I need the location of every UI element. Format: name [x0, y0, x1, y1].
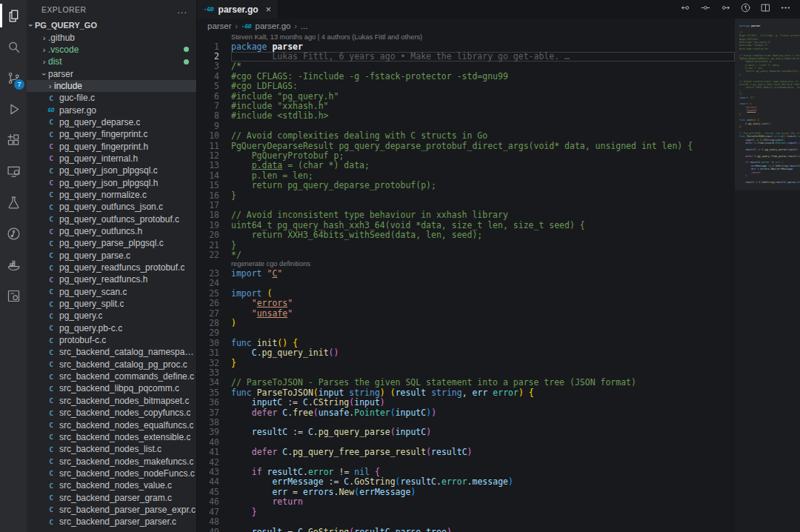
- minimap[interactable]: package parser/*#cgo CFLAGS: -Iinclude -…: [735, 19, 800, 532]
- more-actions-icon[interactable]: [780, 2, 791, 16]
- tree-file-pg_query_json_plpgsql.h[interactable]: Cpg_query_json_plpgsql.h: [27, 176, 196, 188]
- tree-file-src_backend_catalog_pg_proc.c[interactable]: Csrc_backend_catalog_pg_proc.c: [27, 359, 196, 370]
- code-line-44[interactable]: 44 errMessage := C.GoString(resultC.erro…: [197, 477, 735, 487]
- code-line-14[interactable]: 14 p.len = len;: [197, 171, 735, 181]
- code-line-30[interactable]: 30func init() {: [197, 339, 735, 348]
- code-line-18[interactable]: 18// Avoid inconsistent type behaviour i…: [197, 210, 735, 220]
- tree-file-pg_query.pb-c.c[interactable]: Cpg_query.pb-c.c: [27, 322, 196, 334]
- close-icon[interactable]: ×: [266, 4, 272, 15]
- tree-file-pg_query_split.c[interactable]: Cpg_query_split.c: [27, 298, 196, 310]
- tree-file-pg_query.c[interactable]: Cpg_query.c: [27, 310, 196, 322]
- split-editor-icon[interactable]: [760, 2, 771, 16]
- testing-icon[interactable]: [0, 187, 27, 218]
- tree-file-src_backend_nodes_list.c[interactable]: Csrc_backend_nodes_list.c: [27, 443, 196, 455]
- previous-change-icon[interactable]: [680, 2, 691, 16]
- tree-file-pg_query_outfuncs_json.c[interactable]: Cpg_query_outfuncs_json.c: [27, 201, 196, 213]
- code-line-39[interactable]: 39 resultC := C.pg_query_parse(inputC): [197, 428, 735, 437]
- open-changes-icon[interactable]: [700, 2, 711, 16]
- code-line-2[interactable]: 2 Lukas Fittl, 6 years ago • Make the li…: [197, 52, 735, 61]
- tree-root-folder[interactable]: › PG_QUERY_GO: [27, 19, 196, 31]
- code-line-5[interactable]: 5#cgo LDFLAGS:: [197, 82, 735, 91]
- code-line-43[interactable]: 43 if resultC.error != nil {: [197, 468, 735, 477]
- code-line-41[interactable]: 41 defer C.pg_query_free_parse_result(re…: [197, 448, 735, 457]
- code-line-38[interactable]: 38: [197, 418, 735, 428]
- tree-file-src_backend_nodes_makefuncs.c[interactable]: Csrc_backend_nodes_makefuncs.c: [27, 455, 196, 467]
- code-line-13[interactable]: 13 p.data = (char *) data;: [197, 161, 735, 170]
- code-line-35[interactable]: 35func ParseToJSON(input string) (result…: [197, 388, 735, 398]
- code-line-42[interactable]: 42: [197, 458, 735, 468]
- code-line-7[interactable]: 7#include "xxhash.h": [197, 102, 735, 111]
- extensions-icon[interactable]: [0, 124, 27, 156]
- tree-file-src_backend_libpq_pqcomm.c[interactable]: Csrc_backend_libpq_pqcomm.c: [27, 382, 196, 394]
- tree-file-src_backend_parser_parse_expr.c[interactable]: Csrc_backend_parser_parse_expr.c: [27, 504, 196, 516]
- code-line-25[interactable]: 25import (: [197, 289, 735, 299]
- tree-file-pg_query_fingerprint.h[interactable]: Cpg_query_fingerprint.h: [27, 140, 196, 152]
- tree-folder-.vscode[interactable]: ›.vscode: [27, 44, 196, 56]
- code-line-17[interactable]: 17: [197, 201, 735, 210]
- tree-file-src_backend_catalog_namespace.c[interactable]: Csrc_backend_catalog_namespace.c: [27, 346, 196, 358]
- tree-file-protobuf-c.c[interactable]: Cprotobuf-c.c: [27, 334, 196, 346]
- code-line-11[interactable]: 11PgQueryDeparseResult pg_query_deparse_…: [197, 142, 735, 151]
- tree-file-src_backend_parser_parser.c[interactable]: Csrc_backend_parser_parser.c: [27, 516, 196, 528]
- code-line-8[interactable]: 8#include <stdlib.h>: [197, 111, 735, 121]
- search-icon[interactable]: [0, 31, 27, 62]
- code-line-29[interactable]: 29: [197, 328, 735, 338]
- code-line-9[interactable]: 9: [197, 122, 735, 131]
- tree-file-pg_query_parse_plpgsql.c[interactable]: Cpg_query_parse_plpgsql.c: [27, 237, 196, 249]
- tree-file-src_backend_commands_define.c[interactable]: Csrc_backend_commands_define.c: [27, 370, 196, 382]
- tree-folder-.github[interactable]: ›.github: [27, 31, 196, 43]
- code-line-19[interactable]: 19uint64_t pg_query_hash_xxh3_64(void *d…: [197, 221, 735, 230]
- tree-file-pg_query_readfuncs.h[interactable]: Cpg_query_readfuncs.h: [27, 273, 196, 285]
- tree-file-pg_query_normalize.c[interactable]: Cpg_query_normalize.c: [27, 189, 196, 201]
- commit-graph-icon[interactable]: [740, 2, 751, 16]
- code-line-15[interactable]: 15 return pg_query_deparse_protobuf(p);: [197, 181, 735, 190]
- code-line-12[interactable]: 12 PgQueryProtobuf p;: [197, 151, 735, 161]
- code-line-31[interactable]: 31 C.pg_query_init(): [197, 348, 735, 358]
- code-line-24[interactable]: 24: [197, 279, 735, 288]
- tree-folder-parser[interactable]: ›parser: [27, 67, 196, 79]
- code-line-20[interactable]: 20 return XXH3_64bits_withSeed(data, len…: [197, 230, 735, 240]
- tree-file-src_backend_nodes_bitmapset.c[interactable]: Csrc_backend_nodes_bitmapset.c: [27, 395, 196, 407]
- tree-file-pg_query_outfuncs.h[interactable]: Cpg_query_outfuncs.h: [27, 225, 196, 237]
- code-line-28[interactable]: 28): [197, 319, 735, 328]
- tree-file-parser.go[interactable]: GOparser.go: [27, 104, 196, 116]
- breadcrumb-symbol[interactable]: ...: [301, 21, 308, 30]
- code-line-22[interactable]: 22*/: [197, 250, 735, 260]
- code-line-45[interactable]: 45 err = errors.New(errMessage): [197, 488, 735, 497]
- code-line-33[interactable]: 33: [197, 368, 735, 378]
- tree-file-pg_query_readfuncs_protobuf.c[interactable]: Cpg_query_readfuncs_protobuf.c: [27, 262, 196, 273]
- code-line-10[interactable]: 10// Avoid complexities dealing with C s…: [197, 131, 735, 141]
- tree-file-guc-file.c[interactable]: Cguc-file.c: [27, 92, 196, 104]
- codelens[interactable]: regenerate cgo definitions: [231, 260, 735, 269]
- run-debug-icon[interactable]: [0, 93, 27, 124]
- tree-file-pg_query_deparse.c[interactable]: Cpg_query_deparse.c: [27, 116, 196, 128]
- tree-file-pg_query_scan.c[interactable]: Cpg_query_scan.c: [27, 286, 196, 298]
- breadcrumb-folder[interactable]: parser: [207, 21, 232, 30]
- tree-folder-dist[interactable]: ›dist: [27, 56, 196, 67]
- code-line-23[interactable]: 23import "C": [197, 269, 735, 279]
- source-control-icon[interactable]: 7: [0, 62, 27, 93]
- code-line-34[interactable]: 34// ParseToJSON - Parses the given SQL …: [197, 378, 735, 388]
- tree-file-pg_query_outfuncs_protobuf.c[interactable]: Cpg_query_outfuncs_protobuf.c: [27, 213, 196, 225]
- remote-explorer-icon[interactable]: [0, 156, 27, 187]
- explorer-more-actions-icon[interactable]: ...: [177, 4, 187, 16]
- code-line-48[interactable]: 48: [197, 517, 735, 527]
- code-line-46[interactable]: 46 return: [197, 497, 735, 507]
- code-line-27[interactable]: 27 "unsafe": [197, 309, 735, 319]
- tree-file-pg_query_parse.c[interactable]: Cpg_query_parse.c: [27, 250, 196, 262]
- gitlens-icon[interactable]: [0, 218, 27, 249]
- docker-icon[interactable]: [0, 249, 27, 280]
- dev-containers-icon[interactable]: [0, 280, 27, 311]
- tab-parser-go[interactable]: GO parser.go ×: [197, 0, 279, 19]
- tree-file-pg_query_fingerprint.c[interactable]: Cpg_query_fingerprint.c: [27, 128, 196, 140]
- tree-file-src_backend_nodes_equalfuncs.c[interactable]: Csrc_backend_nodes_equalfuncs.c: [27, 419, 196, 430]
- code-line-32[interactable]: 32}: [197, 359, 735, 368]
- code-editor[interactable]: Steven Kalt, 13 months ago | 4 authors (…: [197, 33, 735, 532]
- tree-file-src_backend_nodes_copyfuncs.c[interactable]: Csrc_backend_nodes_copyfuncs.c: [27, 407, 196, 419]
- tree-file-pg_query_internal.h[interactable]: Cpg_query_internal.h: [27, 153, 196, 164]
- tree-file-src_backend_nodes_nodeFuncs.c[interactable]: Csrc_backend_nodes_nodeFuncs.c: [27, 468, 196, 479]
- code-line-47[interactable]: 47 }: [197, 508, 735, 517]
- code-line-40[interactable]: 40: [197, 438, 735, 448]
- tree-file-pg_query_json_plpgsql.c[interactable]: Cpg_query_json_plpgsql.c: [27, 164, 196, 176]
- code-line-6[interactable]: 6#include "pg_query.h": [197, 92, 735, 102]
